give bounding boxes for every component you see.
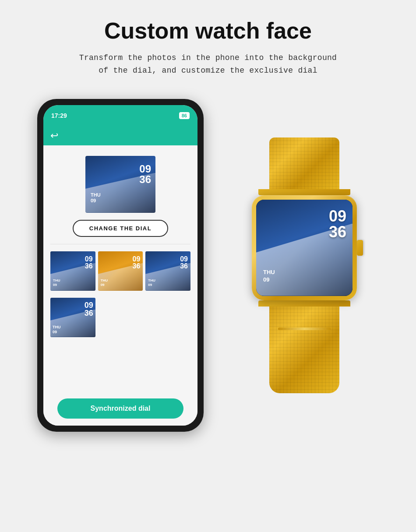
grid-face-4[interactable]: 0936 THU09 bbox=[50, 298, 95, 337]
phone-screen: 17:29 86 ↩ 0936 THU09 bbox=[43, 105, 197, 426]
watch-date-display: THU09 bbox=[263, 269, 275, 284]
grid-face-2[interactable]: 0936 THU09 bbox=[98, 251, 143, 291]
phone: 17:29 86 ↩ 0936 THU09 bbox=[37, 99, 204, 432]
watch-case: 0936 THU09 bbox=[252, 195, 357, 300]
watch-time-display: 0936 bbox=[329, 208, 346, 240]
band-clasp bbox=[278, 328, 331, 330]
page-title: Custom watch face bbox=[104, 18, 312, 44]
watch-lug-top bbox=[258, 189, 350, 195]
grid-face-1[interactable]: 0936 THU09 bbox=[50, 251, 95, 291]
watch-band-top bbox=[269, 137, 339, 190]
phone-content: 0936 THU09 CHANGE THE DIAL 0936 bbox=[43, 145, 197, 426]
watch-screen-background: 0936 THU09 bbox=[256, 200, 353, 296]
status-battery: 86 bbox=[179, 112, 190, 119]
watch-crown bbox=[357, 240, 363, 256]
phone-status-bar: 17:29 86 bbox=[43, 105, 197, 126]
page-subtitle: Transform the photos in the phone into t… bbox=[79, 52, 337, 77]
watch-screen: 0936 THU09 bbox=[256, 200, 353, 296]
face-date-display: THU09 bbox=[91, 192, 101, 204]
faces-grid-row1: 0936 THU09 0936 THU09 bbox=[50, 251, 190, 291]
status-time: 17:29 bbox=[51, 112, 67, 119]
watch-band-bottom bbox=[269, 306, 339, 393]
band-mesh-top bbox=[269, 137, 339, 190]
phone-outer: 17:29 86 ↩ 0936 THU09 bbox=[37, 99, 204, 432]
devices-row: 17:29 86 ↩ 0936 THU09 bbox=[13, 99, 403, 432]
phone-toolbar: ↩ bbox=[43, 126, 197, 145]
grid-face-3[interactable]: 0936 THU09 bbox=[145, 251, 190, 291]
face-background: 0936 THU09 bbox=[85, 156, 155, 213]
watch-lug-bottom bbox=[258, 300, 350, 307]
synchronized-dial-button[interactable]: Synchronized dial bbox=[57, 398, 183, 419]
face-time-display: 0936 bbox=[139, 164, 151, 185]
phone-divider bbox=[50, 244, 190, 244]
featured-watch-face: 0936 THU09 bbox=[85, 156, 155, 213]
change-dial-button[interactable]: CHANGE THE DIAL bbox=[73, 220, 168, 237]
faces-grid-row2: 0936 THU09 bbox=[50, 298, 190, 337]
smartwatch: 0936 THU09 bbox=[230, 116, 379, 414]
band-mesh-bottom bbox=[269, 306, 339, 393]
back-icon[interactable]: ↩ bbox=[50, 130, 58, 141]
